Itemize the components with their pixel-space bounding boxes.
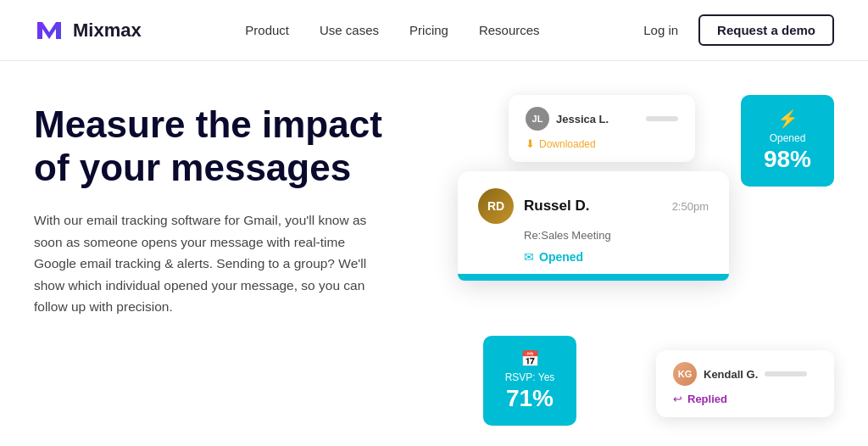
bolt-icon: ⚡ (758, 109, 817, 129)
opened-badge: ⚡ Opened 98% (741, 95, 834, 187)
russel-avatar: RD (478, 188, 514, 224)
rsvp-badge: 📅 RSVP: Yes 71% (483, 336, 576, 426)
header-actions: Log in Request a demo (643, 14, 834, 46)
jessica-avatar: JL (526, 107, 549, 131)
russel-name: Russel D. (524, 198, 589, 215)
russel-card: RD Russel D. 2:50pm Re:Sales Meeting ✉ O… (458, 171, 729, 281)
russel-time: 2:50pm (672, 200, 709, 213)
headline-line1: Measure the impact (34, 103, 382, 145)
logo-text: Mixmax (73, 20, 142, 42)
main-content: Measure the impact of your messages With… (0, 61, 868, 446)
kendall-avatar: KG (673, 362, 697, 386)
main-nav: Product Use cases Pricing Resources (245, 23, 539, 37)
hero-headline: Measure the impact of your messages (34, 103, 441, 189)
russel-opened-text: Opened (539, 250, 583, 264)
nav-product[interactable]: Product (245, 23, 289, 37)
reply-icon: ↩ (673, 393, 682, 405)
jessica-line (646, 116, 678, 121)
hero-subtext: With our email tracking software for Gma… (34, 209, 390, 318)
kendall-replied-text: Replied (687, 393, 727, 405)
mail-icon: ✉ (524, 250, 534, 264)
russel-blue-bar (458, 274, 729, 281)
download-icon: ⬇ (526, 137, 535, 150)
rsvp-badge-value: 71% (500, 385, 559, 412)
kendall-card: KG Kendall G. ↩ Replied (656, 350, 834, 417)
russel-status: ✉ Opened (524, 250, 709, 264)
logo[interactable]: Mixmax (34, 15, 142, 46)
illustration-area: JL Jessica L. ⬇ Downloaded ⚡ Opened 98% … (458, 95, 834, 434)
kendall-status: ↩ Replied (673, 393, 817, 405)
nav-pricing[interactable]: Pricing (409, 23, 448, 37)
jessica-card: JL Jessica L. ⬇ Downloaded (509, 95, 695, 162)
nav-use-cases[interactable]: Use cases (320, 23, 379, 37)
opened-badge-value: 98% (758, 146, 817, 173)
kendall-lines (765, 371, 817, 376)
calendar-icon: 📅 (500, 349, 559, 368)
kendall-name: Kendall G. (704, 368, 758, 381)
jessica-downloaded: Downloaded (539, 138, 596, 150)
request-demo-button[interactable]: Request a demo (698, 14, 834, 46)
mixmax-logo-icon (34, 15, 64, 46)
jessica-action: ⬇ Downloaded (526, 137, 678, 150)
jessica-name: Jessica L. (556, 113, 609, 125)
nav-resources[interactable]: Resources (479, 23, 540, 37)
opened-badge-label: Opened (758, 132, 817, 144)
rsvp-badge-label: RSVP: Yes (500, 371, 559, 383)
russel-subject: Re:Sales Meeting (524, 229, 709, 242)
headline-line2: of your messages (34, 147, 351, 188)
login-link[interactable]: Log in (643, 23, 678, 37)
header: Mixmax Product Use cases Pricing Resourc… (0, 0, 868, 61)
hero-section: Measure the impact of your messages With… (34, 95, 441, 318)
